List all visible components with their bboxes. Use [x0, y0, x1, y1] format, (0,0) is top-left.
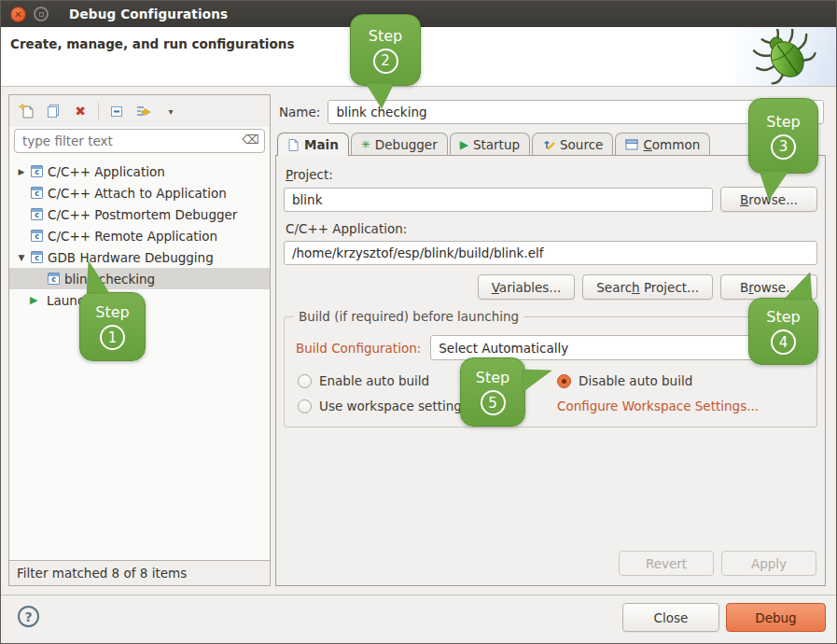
window-restore-icon[interactable] [34, 7, 49, 21]
tree-item-label: C/C++ Remote Application [48, 229, 217, 244]
debug-configurations-dialog: ✕ Debug Configurations Create, manage, a… [0, 0, 837, 644]
c-application-icon: c [31, 208, 43, 220]
collapsed-arrow-icon[interactable]: ▶ [17, 167, 26, 176]
name-label: Name: [279, 105, 320, 119]
radio-icon[interactable] [298, 399, 312, 413]
filter-status-text: Filter matched 8 of 8 items [9, 560, 270, 585]
tab-common[interactable]: Common [615, 133, 710, 156]
build-group-title: Build (if required) before launching [294, 309, 523, 324]
launch-group-icon: ▶ [30, 294, 42, 306]
tree-item-label: C/C++ Attach to Application [48, 186, 227, 201]
c-application-icon: c [31, 230, 43, 242]
c-application-icon: c [48, 273, 60, 285]
c-application-icon: c [31, 251, 43, 263]
step-callout-5: Step 5 [460, 357, 525, 427]
source-icon [542, 138, 555, 151]
footer-divider [1, 595, 836, 595]
tab-label: Common [643, 137, 700, 152]
document-icon [287, 138, 300, 151]
callout-tail-icon [749, 271, 819, 301]
toolbar-dropdown-icon[interactable]: ▾ [161, 102, 180, 120]
configure-workspace-settings-link[interactable]: Configure Workspace Settings... [557, 399, 759, 413]
revert-button[interactable]: Revert [619, 551, 714, 576]
tab-label: Debugger [375, 137, 438, 152]
c-application-icon: c [31, 187, 43, 199]
variables-button[interactable]: Variables... [478, 274, 576, 300]
startup-icon: ▶ [460, 138, 468, 151]
banner-title: Create, manage, and run configurations [10, 36, 294, 51]
filter-configurations-button[interactable] [134, 102, 153, 120]
duplicate-configuration-button[interactable] [44, 102, 63, 120]
step-callout-3: Step 3 [748, 98, 818, 174]
step-callout-4: Step 4 [748, 298, 818, 365]
tab-startup[interactable]: ▶ Startup [450, 133, 530, 156]
step-callout-1: Step 1 [79, 292, 146, 361]
toolbar-separator [98, 103, 99, 119]
window-title: Debug Configurations [69, 7, 228, 21]
disable-auto-build-radio[interactable]: Disable auto build [557, 373, 807, 388]
collapse-all-button[interactable] [107, 102, 126, 120]
window-icon [625, 139, 638, 150]
callout-tail-icon [80, 259, 146, 295]
search-project-button[interactable]: Search Project... [582, 274, 713, 300]
tree-item-label: C/C++ Application [48, 164, 165, 179]
project-label: Project: [286, 167, 817, 182]
radio-label: Use workspace settings [319, 399, 468, 413]
bug-icon [751, 29, 820, 85]
expanded-arrow-icon[interactable]: ▼ [17, 253, 26, 262]
tree-item-label: C/C++ Postmortem Debugger [48, 207, 237, 222]
application-input[interactable] [284, 241, 817, 265]
close-button[interactable]: Close [622, 603, 719, 632]
tree-item-postmortem[interactable]: c C/C++ Postmortem Debugger [9, 203, 270, 225]
tree-item-remote[interactable]: c C/C++ Remote Application [9, 225, 270, 246]
banner-art [735, 27, 836, 86]
build-configuration-value: Select Automatically [439, 341, 568, 356]
radio-icon[interactable] [298, 374, 312, 388]
new-configuration-button[interactable] [17, 102, 35, 120]
filter-input[interactable] [14, 129, 265, 153]
configuration-detail-panel: Name: Main ✳ Debugger ▶ Startup Sour [275, 94, 826, 586]
project-input[interactable] [284, 188, 713, 212]
debugger-icon: ✳ [361, 138, 370, 151]
callout-tail-icon [749, 171, 819, 203]
debug-button[interactable]: Debug [726, 603, 826, 632]
apply-button[interactable]: Apply [721, 551, 816, 576]
build-configuration-label: Build Configuration: [296, 341, 421, 356]
radio-checked-icon[interactable] [557, 374, 571, 388]
tabbar: Main ✳ Debugger ▶ Startup Source Common [275, 132, 826, 155]
tab-source[interactable]: Source [532, 133, 613, 156]
radio-label: Disable auto build [579, 373, 692, 388]
clear-filter-icon[interactable]: ⌫ [243, 133, 259, 147]
radio-label: Enable auto build [319, 373, 429, 388]
tab-label: Startup [473, 137, 520, 152]
window-close-icon[interactable]: ✕ [10, 7, 26, 22]
c-application-icon: c [31, 165, 43, 177]
configurations-toolbar: ✖ ▾ [9, 95, 270, 127]
callout-tail-icon [351, 83, 422, 110]
tab-label: Main [304, 137, 339, 152]
tree-item-attach[interactable]: c C/C++ Attach to Application [9, 182, 270, 203]
help-button[interactable]: ? [18, 606, 39, 627]
tree-item-cpp-application[interactable]: ▶ c C/C++ Application [9, 161, 270, 182]
step-callout-2: Step 2 [350, 14, 421, 86]
tab-debugger[interactable]: ✳ Debugger [351, 133, 448, 156]
tab-label: Source [560, 137, 603, 152]
delete-configuration-button[interactable]: ✖ [71, 102, 90, 120]
callout-tail-icon [523, 362, 553, 396]
application-label: C/C++ Application: [286, 221, 817, 236]
tab-main[interactable]: Main [277, 133, 349, 156]
